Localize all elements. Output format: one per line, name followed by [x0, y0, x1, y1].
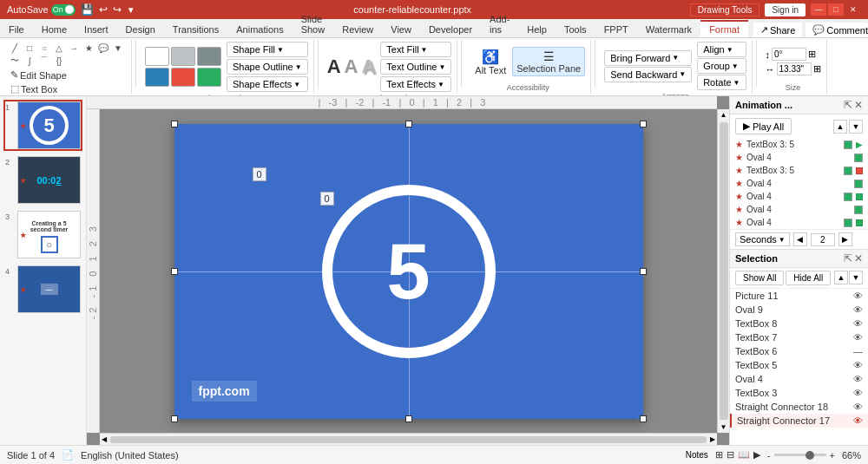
- sel-eye-10[interactable]: 👁: [853, 415, 863, 426]
- tab-fppt[interactable]: FPPT: [595, 22, 637, 37]
- sel-item-oval4[interactable]: Oval 4 👁: [730, 372, 868, 386]
- slide-sorter-icon[interactable]: ⊟: [727, 449, 734, 461]
- autosave-toggle[interactable]: On: [51, 4, 76, 16]
- selection-close-button[interactable]: ✕: [854, 252, 863, 265]
- slider-track[interactable]: [774, 454, 826, 456]
- scrollbar-vertical[interactable]: ▲ ▼: [717, 109, 729, 433]
- scroll-thumb-h[interactable]: [110, 436, 707, 443]
- anim-up-button[interactable]: ▲: [833, 120, 847, 134]
- share-button[interactable]: ↗Share: [753, 23, 802, 37]
- rotate-button[interactable]: Rotate▼: [697, 75, 746, 90]
- tab-developer[interactable]: Developer: [420, 22, 481, 37]
- scroll-left-arrow[interactable]: ◀: [100, 434, 108, 445]
- sel-eye-6[interactable]: 👁: [853, 360, 863, 370]
- handle-bm[interactable]: [405, 415, 412, 422]
- shape-style-5[interactable]: [171, 68, 195, 87]
- show-all-button[interactable]: Show All: [735, 271, 784, 285]
- tab-insert[interactable]: Insert: [76, 22, 117, 37]
- alt-text-button[interactable]: ♿ Alt Text: [470, 46, 510, 78]
- curve-shape[interactable]: ∫: [23, 55, 36, 67]
- time-next-button[interactable]: ▶: [838, 232, 852, 246]
- anim-item-1[interactable]: ★ TextBox 3: 5 ▶: [730, 138, 868, 151]
- freeform-shape[interactable]: 〜: [9, 55, 21, 67]
- anim-item-6[interactable]: ★ Oval 4: [730, 203, 868, 216]
- arrow-shape[interactable]: →: [68, 42, 80, 54]
- sel-up-button[interactable]: ▲: [834, 271, 848, 284]
- customize-icon[interactable]: ▼: [127, 5, 135, 15]
- scrollbar-horizontal[interactable]: ◀ ▶: [100, 433, 717, 445]
- edit-shape-button[interactable]: ✎ Edit Shape: [9, 69, 126, 82]
- text-fill-button[interactable]: Text Fill▼: [380, 42, 451, 57]
- sel-eye-9[interactable]: 👁: [853, 402, 863, 412]
- comments-button[interactable]: 💬Comments: [806, 23, 868, 37]
- slide-thumb-3[interactable]: 3 ★ Creating a 5 second timer ○: [3, 209, 82, 260]
- height-spinner[interactable]: ⊞: [808, 49, 816, 60]
- handle-tr[interactable]: [640, 121, 647, 127]
- align-button[interactable]: Align▼: [697, 42, 746, 57]
- tab-help[interactable]: Help: [518, 22, 556, 37]
- oval-shape[interactable]: ○: [38, 42, 50, 54]
- minimize-button[interactable]: —: [811, 3, 826, 16]
- normal-view-icon[interactable]: ⊞: [715, 449, 723, 461]
- selection-pane-button[interactable]: ☰ Selection Pane: [512, 47, 585, 76]
- shape-effects-button[interactable]: Shape Effects▼: [227, 76, 308, 92]
- sel-down-button[interactable]: ▼: [849, 271, 863, 284]
- tab-transitions[interactable]: Transitions: [164, 22, 227, 37]
- zoom-out-icon[interactable]: -: [767, 450, 771, 461]
- sel-eye-4[interactable]: 👁: [853, 332, 863, 343]
- sel-item-textbox6[interactable]: TextBox 6 —: [730, 344, 868, 358]
- tab-format[interactable]: Format: [700, 20, 748, 37]
- anim-item-3[interactable]: ★ TextBox 3: 5: [730, 164, 868, 177]
- sel-eye-5[interactable]: —: [853, 346, 863, 356]
- anim-item-4[interactable]: ★ Oval 4: [730, 177, 868, 190]
- handle-mr[interactable]: [640, 268, 647, 275]
- tab-file[interactable]: File: [0, 22, 33, 37]
- callout-shape[interactable]: 💬: [97, 42, 109, 54]
- zoom-slider[interactable]: - +: [767, 450, 835, 461]
- selection-expand-button[interactable]: ⇱: [844, 252, 852, 265]
- width-input[interactable]: [777, 62, 812, 75]
- handle-br[interactable]: [640, 415, 647, 422]
- sel-item-textbox3[interactable]: TextBox 3 👁: [730, 386, 868, 400]
- signin-button[interactable]: Sign in: [765, 3, 806, 16]
- tab-slideshow[interactable]: Slide Show: [293, 11, 334, 37]
- handle-tm[interactable]: [405, 121, 412, 127]
- tab-home[interactable]: Home: [33, 22, 76, 37]
- text-effects-button[interactable]: Text Effects▼: [380, 76, 451, 92]
- shape-style-3[interactable]: [197, 47, 221, 66]
- connector-shape[interactable]: ⌒: [38, 55, 50, 67]
- animation-close-button[interactable]: ✕: [854, 99, 863, 111]
- anim-item-7[interactable]: ★ Oval 4: [730, 216, 868, 229]
- animation-expand-button[interactable]: ⇱: [844, 99, 852, 111]
- slide-thumb-1[interactable]: 1 ★ 5: [3, 100, 82, 151]
- tab-watermark[interactable]: Watermark: [637, 22, 700, 37]
- redo-icon[interactable]: ↪: [113, 3, 122, 16]
- seconds-dropdown[interactable]: Seconds ▼: [735, 232, 790, 246]
- scroll-right-arrow[interactable]: ▶: [708, 434, 717, 445]
- slider-thumb[interactable]: [806, 451, 814, 460]
- triangle-shape[interactable]: △: [53, 42, 65, 54]
- slide-thumb-2[interactable]: 2 ★ 00:02: [3, 154, 82, 206]
- maximize-button[interactable]: □: [828, 3, 844, 16]
- undo-icon[interactable]: ↩: [99, 3, 108, 16]
- shape-outline-button[interactable]: Shape Outline▼: [227, 59, 308, 75]
- play-all-button[interactable]: ▶ Play All: [735, 118, 792, 134]
- sel-item-oval9[interactable]: Oval 9 👁: [730, 303, 868, 317]
- width-spinner[interactable]: ⊞: [813, 63, 821, 75]
- scroll-up-arrow[interactable]: ▲: [719, 109, 729, 121]
- sel-item-textbox8[interactable]: TextBox 8 👁: [730, 317, 868, 330]
- time-input[interactable]: [811, 233, 835, 246]
- group-button[interactable]: Group▼: [697, 58, 746, 74]
- scroll-down-arrow[interactable]: ▼: [719, 422, 729, 433]
- textbox-button[interactable]: ⬚ Text Box: [9, 82, 126, 95]
- sel-item-textbox5[interactable]: TextBox 5 👁: [730, 358, 868, 372]
- send-backward-button[interactable]: Send Backward▼: [604, 67, 692, 82]
- line-shape[interactable]: ╱: [9, 42, 21, 54]
- slideshow-icon[interactable]: ▶: [753, 449, 760, 461]
- reading-view-icon[interactable]: 📖: [738, 449, 750, 461]
- sel-item-connector17[interactable]: Straight Connector 17 👁: [730, 414, 868, 428]
- handle-tl[interactable]: [171, 121, 178, 127]
- zoom-in-icon[interactable]: +: [830, 450, 835, 461]
- shape-style-6[interactable]: [197, 68, 221, 87]
- time-prev-button[interactable]: ◀: [793, 232, 807, 246]
